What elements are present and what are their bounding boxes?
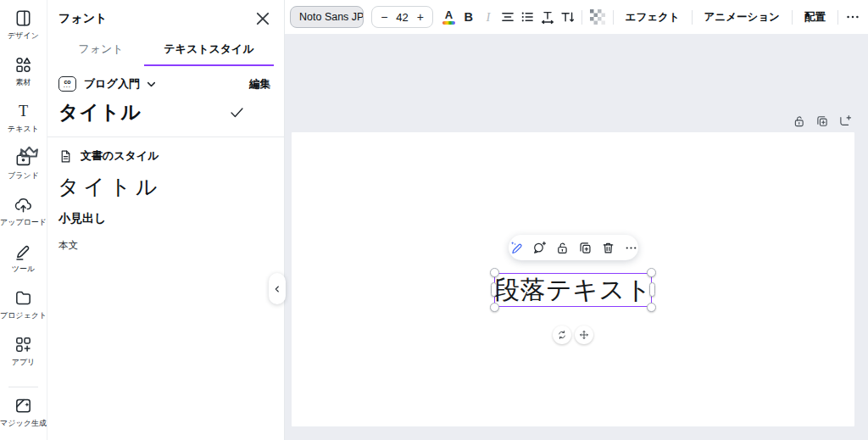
sidebar-item-label: ツール	[12, 264, 35, 275]
line-spacing-icon	[559, 9, 575, 25]
font-size-value[interactable]: 42	[396, 11, 408, 24]
text-align-button[interactable]	[499, 6, 517, 28]
move-icon	[579, 330, 589, 340]
magic-edit-button[interactable]	[509, 241, 524, 255]
toolbar-more-button[interactable]	[844, 6, 862, 28]
font-family-value: Noto Sans JP	[299, 11, 364, 23]
resize-handle-sw[interactable]	[490, 303, 499, 312]
lock-open-icon	[555, 241, 570, 255]
comment-plus-icon	[532, 241, 547, 255]
text-color-letter: A	[445, 9, 453, 20]
toolbar-divider	[581, 10, 582, 25]
sidebar-item-magic-generate[interactable]: マジック生成	[0, 396, 47, 440]
tools-icon	[14, 242, 33, 261]
projects-icon	[14, 288, 33, 308]
sidebar-item-label: プロジェクト	[0, 310, 47, 321]
element-more-button[interactable]	[624, 241, 638, 255]
close-panel-button[interactable]	[255, 11, 270, 26]
font-size-increase-button[interactable]: +	[417, 10, 424, 24]
letter-spacing-icon	[540, 9, 555, 25]
style-option-title-selected[interactable]: タイトル	[58, 99, 245, 125]
line-spacing-button[interactable]	[558, 6, 576, 28]
chevron-down-icon	[146, 79, 157, 90]
toolbar-divider	[613, 10, 614, 25]
document-styles-header: 文書のスタイル	[58, 148, 270, 164]
resize-handle-se[interactable]	[647, 303, 656, 312]
resize-handle-east[interactable]	[649, 282, 655, 297]
sidebar-item-label: ブランド	[8, 170, 39, 181]
doc-style-title[interactable]: タイトル	[58, 173, 270, 201]
sidebar-item-text[interactable]: T テキスト	[0, 102, 47, 148]
elements-icon	[14, 55, 33, 75]
element-floating-toolbar	[509, 235, 638, 260]
text-color-button[interactable]: A	[440, 6, 458, 28]
tab-text-styles[interactable]: テキストスタイル	[144, 35, 274, 66]
collapse-panel-button[interactable]	[269, 273, 286, 304]
effects-button[interactable]: エフェクト	[619, 6, 687, 28]
toolbar-divider	[792, 10, 793, 25]
more-dots-icon	[845, 9, 860, 25]
duplicate-page-icon[interactable]	[815, 114, 829, 128]
sidebar-item-label: デザイン	[8, 31, 39, 42]
text-toolbar: Noto Sans JP − 42 + A B I	[285, 0, 868, 34]
delete-button[interactable]	[601, 241, 615, 255]
app-sidebar: デザイン 素材 T テキスト ブランド アップロード	[0, 0, 47, 440]
italic-button-disabled[interactable]: I	[479, 6, 497, 28]
style-set-icon-dots: ···	[64, 84, 71, 89]
position-button[interactable]: 配置	[798, 6, 832, 28]
duplicate-icon	[578, 241, 593, 255]
document-styles-title: 文書のスタイル	[81, 148, 159, 164]
sidebar-item-label: アプリ	[12, 357, 36, 368]
font-family-button[interactable]: Noto Sans JP	[290, 6, 364, 28]
magic-generate-icon	[14, 396, 33, 415]
sidebar-item-projects[interactable]: プロジェクト	[0, 288, 47, 335]
comment-button[interactable]	[532, 241, 547, 255]
toolbar-divider	[837, 10, 838, 25]
doc-style-subheading[interactable]: 小見出し	[58, 211, 270, 226]
align-center-icon	[500, 9, 515, 25]
transparency-button[interactable]	[588, 6, 606, 28]
sidebar-item-label: アップロード	[0, 217, 47, 228]
style-set-row[interactable]: co ··· ブログ入門 編集	[58, 76, 270, 92]
edit-style-set-button[interactable]: 編集	[249, 77, 270, 92]
upload-icon	[14, 195, 33, 214]
trash-icon	[601, 241, 615, 255]
rotate-handle[interactable]	[553, 326, 571, 344]
list-button[interactable]	[519, 6, 537, 28]
sidebar-item-design[interactable]: デザイン	[0, 8, 47, 55]
sidebar-item-brand[interactable]: ブランド	[0, 148, 47, 195]
animation-button[interactable]: アニメーション	[698, 6, 787, 28]
lock-button[interactable]	[555, 241, 570, 255]
resize-handle-west[interactable]	[491, 282, 497, 297]
resize-handle-nw[interactable]	[490, 268, 499, 277]
toolbar-divider	[692, 10, 693, 25]
bold-button[interactable]: B	[459, 6, 477, 28]
doc-style-body[interactable]: 本文	[58, 239, 270, 252]
resize-handle-ne[interactable]	[647, 268, 656, 277]
panel-tabs: フォント テキストスタイル	[58, 35, 274, 66]
svg-text:T: T	[19, 103, 28, 120]
panel-header: フォント	[47, 0, 284, 28]
apps-icon	[14, 335, 33, 354]
sidebar-item-uploads[interactable]: アップロード	[0, 195, 47, 242]
document-icon	[58, 149, 73, 164]
sidebar-item-apps[interactable]: アプリ	[0, 335, 47, 382]
more-dots-icon	[624, 241, 638, 255]
sidebar-item-elements[interactable]: 素材	[0, 55, 47, 102]
font-size-decrease-button[interactable]: −	[381, 10, 387, 24]
tab-fonts[interactable]: フォント	[58, 35, 144, 66]
unlock-page-icon[interactable]	[793, 114, 806, 128]
style-set-icon: co ···	[58, 76, 76, 92]
font-size-stepper: − 42 +	[371, 6, 433, 28]
text-element-content[interactable]: 段落テキスト	[495, 274, 651, 306]
rainbow-color-bar	[442, 21, 455, 25]
letter-spacing-button[interactable]	[538, 6, 556, 28]
selected-text-element[interactable]: 段落テキスト	[494, 273, 652, 307]
move-handle[interactable]	[575, 326, 593, 344]
add-page-icon[interactable]	[838, 114, 852, 128]
sidebar-item-tools[interactable]: ツール	[0, 242, 47, 288]
duplicate-button[interactable]	[578, 241, 593, 255]
transparency-checkerboard-icon	[590, 9, 605, 25]
crown-icon	[19, 142, 39, 162]
close-icon	[255, 11, 270, 26]
